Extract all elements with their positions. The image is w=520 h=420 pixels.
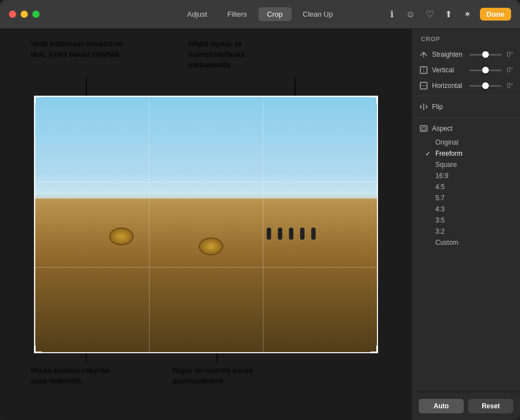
aspect-4-5[interactable]: 4:5	[419, 181, 513, 192]
crop-handle-tl[interactable]	[34, 96, 42, 103]
flip-row[interactable]: Flip	[412, 98, 520, 115]
info-icon[interactable]: ℹ	[385, 8, 399, 21]
vertical-label: Vertical	[432, 66, 464, 74]
flip-label: Flip	[432, 103, 513, 111]
tab-adjust[interactable]: Adjust	[178, 7, 216, 21]
titlebar-actions: ℹ ☺ ♡ ⬆ ✶ Done	[385, 8, 512, 21]
vertical-icon	[419, 65, 429, 75]
aspect-list: Original ✓ Freeform Square 16:9	[412, 137, 520, 248]
auto-button[interactable]: Auto	[419, 399, 464, 413]
flip-icon	[419, 102, 429, 112]
tab-bar: Adjust Filters Crop Clean Up	[178, 7, 342, 21]
panel-bottom: Auto Reset	[412, 392, 520, 420]
straighten-slider[interactable]	[469, 54, 501, 56]
aspect-header: Aspect	[412, 120, 520, 137]
crop-overlay	[34, 96, 378, 353]
maximize-button[interactable]	[32, 11, 40, 18]
tab-filters[interactable]: Filters	[218, 7, 256, 21]
svg-rect-10	[422, 127, 425, 130]
reset-button[interactable]: Reset	[468, 399, 513, 413]
crop-handle-br[interactable]	[370, 345, 378, 353]
tab-cleanup[interactable]: Clean Up	[294, 7, 342, 21]
crop-grid	[35, 97, 377, 352]
done-button[interactable]: Done	[480, 8, 512, 21]
close-button[interactable]	[9, 11, 16, 18]
horizontal-icon	[419, 81, 429, 91]
divider-1	[412, 96, 520, 96]
divider-2	[412, 117, 520, 118]
callout-bottom-left: Muuta kuvasta näkyvääosaa vetämällä.	[31, 365, 142, 387]
aspect-label: Aspect	[432, 125, 513, 132]
vertical-slider[interactable]	[469, 70, 501, 71]
aspect-3-2[interactable]: 3:2	[419, 226, 513, 237]
main-content: Vedä kattamaan kuvasta sealue, jonka hal…	[0, 29, 520, 420]
aspect-16-9[interactable]: 16:9	[419, 170, 513, 181]
crop-border	[34, 96, 378, 353]
vertical-value: 0°	[507, 66, 513, 74]
aspect-icon	[419, 123, 429, 134]
crop-handle-tr[interactable]	[370, 96, 378, 103]
tab-crop[interactable]: Crop	[258, 7, 292, 21]
app-window: Adjust Filters Crop Clean Up ℹ ☺ ♡ ⬆ ✶ D…	[0, 0, 520, 420]
traffic-lights	[9, 11, 40, 18]
callout-bottom-right: Rajaa tai suorista kuvaaautomaattisesti.	[173, 365, 284, 387]
photo-container[interactable]	[34, 96, 378, 353]
panel-header: CROP	[412, 29, 520, 47]
right-panel: CROP Straighten 0°	[411, 29, 520, 420]
aspect-3-5[interactable]: 3:5	[419, 215, 513, 226]
share-icon[interactable]: ⬆	[442, 8, 455, 21]
aspect-square[interactable]: Square	[419, 159, 513, 170]
more-icon[interactable]: ✶	[461, 8, 474, 21]
aspect-section: Aspect Original ✓ Freeform Square	[412, 120, 520, 248]
crop-handle-bl[interactable]	[34, 345, 42, 353]
callout-top-left: Vedä kattamaan kuvasta sealue, jonka hal…	[31, 39, 131, 60]
straighten-row[interactable]: Straighten 0°	[412, 47, 520, 62]
minimize-button[interactable]	[21, 11, 28, 18]
callout-top-right: Näytä rajaus- jasuoristustyökalut klikka…	[189, 39, 289, 71]
image-area: Vedä kattamaan kuvasta sealue, jonka hal…	[0, 29, 411, 420]
horizontal-value: 0°	[507, 82, 513, 90]
aspect-custom[interactable]: Custom	[419, 237, 513, 248]
horizontal-label: Horizontal	[432, 82, 464, 90]
aspect-freeform[interactable]: ✓ Freeform	[419, 148, 513, 159]
smiley-icon[interactable]: ☺	[404, 8, 418, 21]
heart-icon[interactable]: ♡	[423, 8, 436, 21]
aspect-4-3[interactable]: 4:3	[419, 204, 513, 215]
straighten-value: 0°	[507, 51, 513, 58]
aspect-original[interactable]: Original	[419, 137, 513, 148]
vertical-row[interactable]: Vertical 0°	[412, 62, 520, 78]
straighten-label: Straighten	[432, 51, 464, 58]
aspect-5-7[interactable]: 5:7	[419, 192, 513, 204]
horizontal-row[interactable]: Horizontal 0°	[412, 78, 520, 93]
straighten-icon	[419, 50, 429, 60]
photo	[34, 96, 378, 353]
titlebar: Adjust Filters Crop Clean Up ℹ ☺ ♡ ⬆ ✶ D…	[0, 0, 520, 29]
horizontal-slider[interactable]	[469, 85, 501, 87]
